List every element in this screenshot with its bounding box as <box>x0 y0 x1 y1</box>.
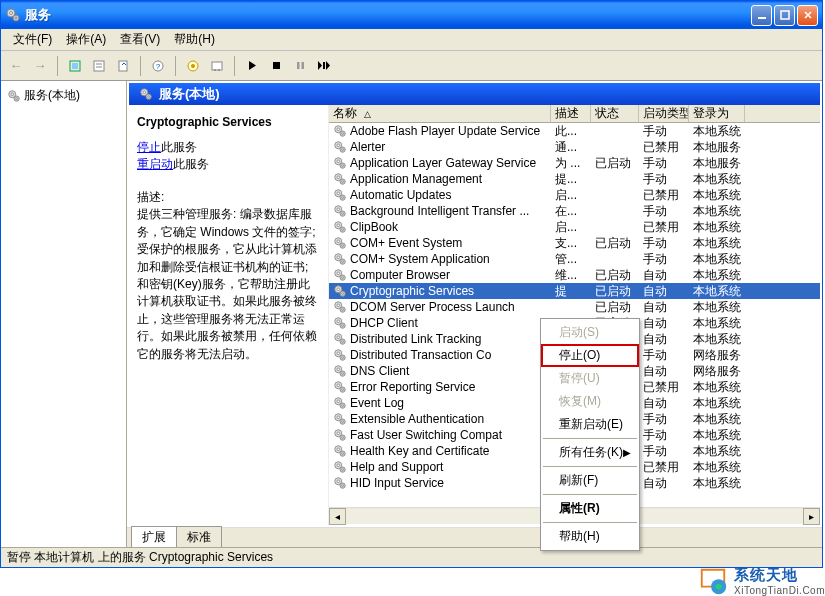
help-button[interactable]: ? <box>147 55 169 77</box>
selected-service-name: Cryptographic Services <box>137 115 320 129</box>
col-name[interactable]: 名称 △ <box>329 105 551 122</box>
service-icon <box>333 316 347 330</box>
ctx-refresh[interactable]: 刷新(F) <box>541 469 639 492</box>
service-row[interactable]: Cryptographic Services提已启动自动本地系统 <box>329 283 820 299</box>
service-row[interactable]: ClipBook启...已禁用本地系统 <box>329 219 820 235</box>
service-icon <box>333 460 347 474</box>
service-row[interactable]: Alerter通...已禁用本地服务 <box>329 139 820 155</box>
svg-text:?: ? <box>156 62 161 71</box>
service-icon <box>333 300 347 314</box>
service-icon <box>333 124 347 138</box>
svg-rect-8 <box>94 61 104 71</box>
service-icon <box>333 284 347 298</box>
pause-button <box>289 55 311 77</box>
desc-label: 描述: <box>137 189 320 206</box>
svg-rect-11 <box>119 61 127 71</box>
col-startup[interactable]: 启动类型 <box>639 105 689 122</box>
col-status[interactable]: 状态 <box>591 105 639 122</box>
service-icon <box>333 396 347 410</box>
service-icon <box>333 444 347 458</box>
ctx-restart[interactable]: 重新启动(E) <box>541 413 639 436</box>
service-icon <box>333 380 347 394</box>
window-title: 服务 <box>25 6 751 24</box>
service-icon <box>333 188 347 202</box>
watermark-title: 系统天地 <box>734 566 825 585</box>
service-icon <box>333 348 347 362</box>
tree-root-label: 服务(本地) <box>24 87 80 104</box>
menu-view[interactable]: 查看(V) <box>114 29 166 50</box>
ctx-start: 启动(S) <box>541 321 639 344</box>
ctx-help[interactable]: 帮助(H) <box>541 525 639 548</box>
desc-text: 提供三种管理服务: 编录数据库服务，它确定 Windows 文件的签字; 受保护… <box>137 206 320 363</box>
restart-link[interactable]: 重启动 <box>137 157 173 171</box>
restart-button[interactable] <box>313 55 335 77</box>
export-button[interactable] <box>112 55 134 77</box>
play-button[interactable] <box>241 55 263 77</box>
service-row[interactable]: COM+ System Application管...手动本地系统 <box>329 251 820 267</box>
svg-point-18 <box>218 69 220 71</box>
properties-button[interactable] <box>88 55 110 77</box>
menu-help[interactable]: 帮助(H) <box>168 29 221 50</box>
stop-link[interactable]: 停止 <box>137 140 161 154</box>
service-icon <box>333 252 347 266</box>
status-bar: 暂停 本地计算机 上的服务 Cryptographic Services <box>1 547 822 567</box>
maximize-button[interactable] <box>774 5 795 26</box>
watermark-logo-icon <box>698 566 728 596</box>
tree-root-item[interactable]: 服务(本地) <box>5 85 122 106</box>
toolbar: ← → ? <box>1 51 822 81</box>
tab-extended[interactable]: 扩展 <box>131 526 177 547</box>
service-icon <box>333 364 347 378</box>
detail-pane: Cryptographic Services 停止此服务 重启动此服务 描述: … <box>129 105 329 525</box>
view-tabs: 扩展 标准 <box>127 527 822 547</box>
toolbar-btn-1[interactable] <box>64 55 86 77</box>
service-row[interactable]: Automatic Updates启...已禁用本地系统 <box>329 187 820 203</box>
service-row[interactable]: Application Layer Gateway Service为 ...已启… <box>329 155 820 171</box>
svg-rect-4 <box>758 17 766 19</box>
svg-rect-16 <box>212 62 222 70</box>
ctx-stop[interactable]: 停止(O) <box>541 344 639 367</box>
services-icon <box>7 89 21 103</box>
service-row[interactable]: COM+ Event System支...已启动手动本地系统 <box>329 235 820 251</box>
ctx-resume: 恢复(M) <box>541 390 639 413</box>
service-icon <box>333 204 347 218</box>
service-icon <box>333 172 347 186</box>
scroll-right-button[interactable]: ▸ <box>803 508 820 525</box>
service-row[interactable]: Computer Browser维...已启动自动本地系统 <box>329 267 820 283</box>
panel-header-icon <box>139 87 153 101</box>
stop-button[interactable] <box>265 55 287 77</box>
service-row[interactable]: Application Management提...手动本地系统 <box>329 171 820 187</box>
minimize-button[interactable] <box>751 5 772 26</box>
menu-bar: 文件(F) 操作(A) 查看(V) 帮助(H) <box>1 29 822 51</box>
menu-file[interactable]: 文件(F) <box>7 29 58 50</box>
svg-rect-20 <box>297 62 300 69</box>
back-button: ← <box>5 55 27 77</box>
service-icon <box>333 428 347 442</box>
service-row[interactable]: DCOM Server Process Launch已启动自动本地系统 <box>329 299 820 315</box>
ctx-properties[interactable]: 属性(R) <box>541 497 639 520</box>
tab-standard[interactable]: 标准 <box>176 526 222 547</box>
scroll-left-button[interactable]: ◂ <box>329 508 346 525</box>
forward-button: → <box>29 55 51 77</box>
ctx-all-tasks[interactable]: 所有任务(K)▶ <box>541 441 639 464</box>
svg-point-17 <box>214 69 216 71</box>
service-row[interactable]: Background Intelligent Transfer ...在...手… <box>329 203 820 219</box>
menu-action[interactable]: 操作(A) <box>60 29 112 50</box>
toolbar-btn-5[interactable] <box>182 55 204 77</box>
service-icon <box>333 476 347 490</box>
svg-rect-7 <box>72 63 78 69</box>
list-header: 名称 △ 描述 状态 启动类型 登录为 <box>329 105 820 123</box>
svg-rect-21 <box>301 62 304 69</box>
app-icon <box>5 7 21 23</box>
service-icon <box>333 156 347 170</box>
service-icon <box>333 332 347 346</box>
toolbar-btn-6[interactable] <box>206 55 228 77</box>
close-button[interactable] <box>797 5 818 26</box>
tree-pane: 服务(本地) <box>1 81 127 547</box>
svg-rect-22 <box>323 62 325 69</box>
service-row[interactable]: Adobe Flash Player Update Service此...手动本… <box>329 123 820 139</box>
col-desc[interactable]: 描述 <box>551 105 591 122</box>
svg-point-15 <box>191 64 195 68</box>
col-logon[interactable]: 登录为 <box>689 105 745 122</box>
svg-rect-5 <box>781 11 789 19</box>
service-icon <box>333 220 347 234</box>
